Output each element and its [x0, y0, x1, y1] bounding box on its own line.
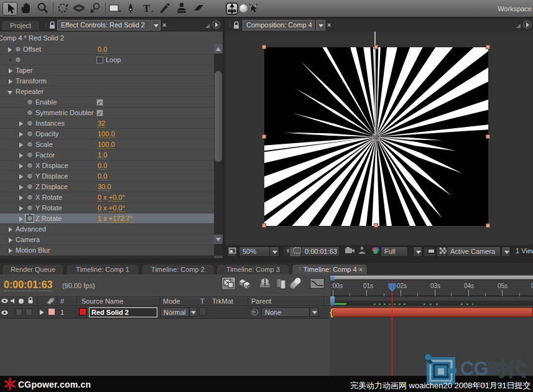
- svg-text:T: T: [143, 2, 151, 14]
